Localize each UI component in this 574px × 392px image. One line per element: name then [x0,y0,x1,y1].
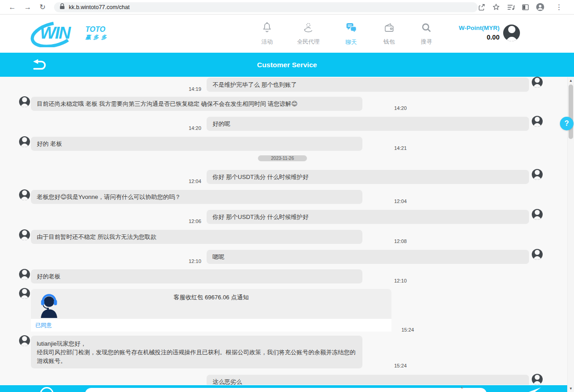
message-time: 12:06 [188,218,201,224]
browser-profile-avatar[interactable] [536,3,544,11]
page-banner: Customer Service [0,53,574,77]
chat-icon [345,22,357,36]
message-time: 14:20 [188,125,201,131]
wallet-currency-label: W-Point(MYR) [459,25,500,31]
browser-reload-icon[interactable]: ↻ [40,4,45,11]
nav-item-wallet[interactable]: 钱包 [378,22,400,46]
emoji-icon[interactable] [40,387,54,392]
logo-text-cn: 赢 多 多 [85,34,107,41]
back-icon[interactable] [30,59,46,73]
avatar [19,229,30,240]
share-icon[interactable] [478,3,485,11]
chat-message: 这么恶劣么 [207,375,529,385]
message-time: 14:21 [394,145,407,151]
chat-message: 你好 那个USDT洗分 什么时候维护好 [207,210,529,224]
scrollbar-thumb[interactable] [569,84,573,139]
red-packet-card[interactable]: 客服收红包 69676.06 点通知 已同意 [31,289,391,332]
help-fab-button[interactable]: ? [560,117,574,130]
bell-icon [261,22,273,35]
composer-bar [0,385,567,392]
agent-icon [302,22,314,35]
avatar [19,269,30,280]
avatar [19,136,30,147]
chat-message: 老板您好😊我是Yvonne，请问有什么可以协助您的吗？ [31,190,362,204]
wallet-balance[interactable]: W-Point(MYR) 0.00 [459,25,500,41]
user-avatar[interactable] [503,25,520,41]
wintoto-logo[interactable]: WIN TOTO 赢 多 多 [30,20,121,47]
scrollbar-down-icon[interactable]: ▼ [568,387,574,391]
bookmark-star-icon[interactable] [492,3,500,11]
message-time: 12:08 [394,238,407,244]
chat-message-list[interactable]: 14:19 不是维护完毕了么 那个也到账了 目前还尚未稳定哦 老板 我方需要向第… [0,77,574,385]
avatar [19,189,30,200]
red-packet-text: 客服收红包 69676.06 点通知 [31,293,391,302]
reading-list-icon[interactable] [507,4,515,11]
red-packet-footer: 已同意 [31,319,391,332]
nav-item-search[interactable]: 搜寻 [416,22,436,46]
nav-label: 钱包 [384,38,395,46]
browser-menu-icon[interactable]: ⋮ [555,4,563,11]
chat-message: 不是维护完毕了么 那个也到账了 [207,78,529,92]
browser-forward-icon[interactable]: → [24,4,31,11]
message-input[interactable] [85,388,487,392]
chat-message: lutianjie玩家您好， 经我司风控部门检测，发现您的账号存在机械投注的违规… [31,336,362,368]
avatar [532,249,543,260]
chat-message: 你好 那个USDT洗分 什么时候维护好 [207,170,529,184]
textarea-scroll-arrow-icon[interactable]: ▲ [460,386,464,389]
message-time: 14:20 [394,105,407,111]
nav-label: 搜寻 [421,38,432,46]
date-divider: 2023-11-26 [258,155,307,161]
avatar [19,288,30,299]
wallet-balance-value: 0.00 [459,34,500,41]
nav-item-chat[interactable]: 聊天 [341,22,361,46]
url-text: kk.b.wintoto77.com/chat [69,4,129,10]
nav-item-agent[interactable]: 全民代理 [291,22,326,46]
help-fab-label: ? [564,119,569,128]
chat-message: 好的呢 [207,117,529,131]
message-time: 12:10 [394,278,407,283]
logo-text-toto: TOTO [85,25,105,34]
avatar [532,209,543,220]
scrollbar-up-icon[interactable]: ▲ [568,79,574,83]
side-panel-icon[interactable] [522,4,529,11]
chat-message: 好的老板 [31,269,362,283]
message-time: 12:04 [188,179,201,184]
avatar [532,374,543,385]
page-title: Customer Service [257,61,317,69]
chat-message: 好的 老板 [31,137,362,151]
browser-back-icon[interactable]: ← [9,4,16,11]
wallet-icon [383,22,395,35]
nav-label: 活动 [262,38,273,46]
message-time: 15:24 [401,327,414,332]
lock-icon [59,3,65,11]
chat-message: 嗯呢 [207,250,529,264]
browser-toolbar: ← → ↻ kk.b.wintoto77.com/chat ⋮ [0,0,574,15]
message-time: 12:04 [394,198,407,204]
avatar [19,96,30,107]
avatar [19,335,30,346]
site-header: WIN TOTO 赢 多 多 活动 全民代理 聊天 钱包 搜寻 W-Point(… [0,15,574,53]
message-time: 12:10 [188,258,201,264]
red-packet-card-body: 客服收红包 69676.06 点通知 [31,289,391,319]
notice-greeting: lutianjie玩家您好， [37,339,356,348]
red-packet-status[interactable]: 已同意 [35,322,52,329]
search-icon [421,22,432,35]
message-time: 15:24 [394,363,407,368]
avatar [532,77,543,88]
nav-label: 聊天 [346,39,357,46]
nav-label: 全民代理 [297,38,320,46]
send-icon[interactable] [515,387,542,392]
notice-body: 经我司风控部门检测，发现您的账号存在机械投注的违规操作且已获利。根据公司政策，我… [37,348,356,365]
avatar [532,116,543,127]
message-time: 14:19 [188,86,201,92]
avatar [532,169,543,180]
nav-item-activity[interactable]: 活动 [257,22,277,46]
chat-message: 由于目前暂时还不稳定 所以我方无法为您取款 [31,230,362,244]
chat-message: 目前还尚未稳定哦 老板 我方需要向第三方沟通是否已恢复稳定 确保不会在发生相同时… [31,97,362,111]
address-bar[interactable]: kk.b.wintoto77.com/chat [54,2,478,12]
logo-text-win: WIN [40,24,70,43]
